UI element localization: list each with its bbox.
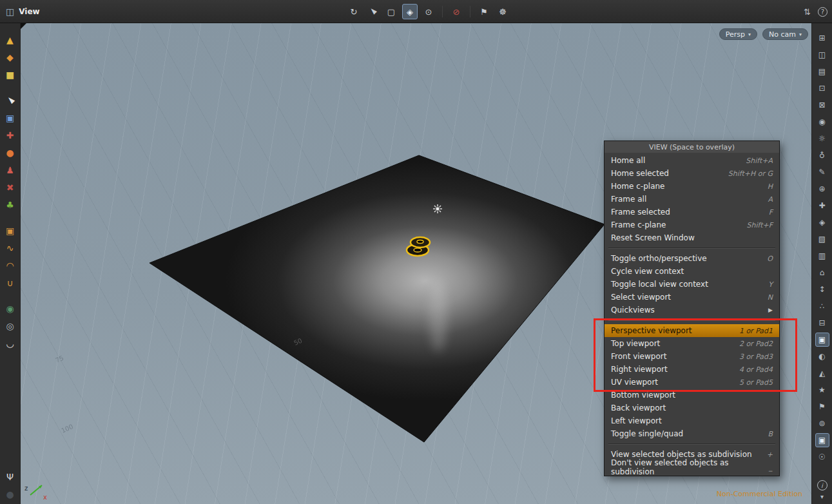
menu-item-toggle-ortho-perspective[interactable]: Toggle ortho/perspectiveO [605, 252, 779, 265]
menu-item-quickviews[interactable]: Quickviews▶ [605, 304, 779, 316]
menu-item-cycle-view-context[interactable]: Cycle view context [605, 265, 779, 278]
select-arrow-icon[interactable]: ► [0, 90, 21, 111]
diamond-tool-icon[interactable]: ◆ [3, 50, 18, 65]
menu-item-toggle-single-quad[interactable]: Toggle single/quadB [605, 427, 779, 440]
ground-plane[interactable] [150, 155, 605, 442]
light-handle-icon[interactable] [433, 204, 442, 213]
menu-item-label: Toggle local view context [611, 280, 708, 289]
menu-item-shortcut: + [767, 451, 773, 459]
camera-dropdown[interactable]: No cam ▾ [762, 28, 808, 40]
resize-handle-icon[interactable]: ↕ [815, 282, 829, 296]
bowl-tool-icon[interactable]: ◡ [3, 336, 18, 351]
help-icon[interactable]: ? [818, 7, 827, 17]
add-view-icon[interactable]: ⊕ [815, 182, 829, 196]
edition-label: Non-Commercial Edition [717, 490, 802, 498]
menu-item-label: Home c-plane [611, 182, 664, 191]
focus-target-icon[interactable]: ◉ [815, 115, 829, 129]
jack-tool-icon[interactable]: ✖ [3, 180, 18, 195]
menu-item-frame-c-plane[interactable]: Frame c-planeShift+F [605, 218, 779, 231]
room-tool-icon[interactable]: ▣ [3, 223, 18, 238]
fork-tool-icon[interactable]: Ψ [3, 469, 18, 485]
box-select-tool-icon[interactable]: ▢ [383, 4, 399, 19]
menu-item-shortcut: N [768, 293, 773, 302]
headlight-icon[interactable]: ☼ [815, 131, 829, 146]
menu-item-label: Don't view selected objects as subdivisi… [611, 458, 769, 476]
menu-item-top-viewport[interactable]: Top viewport2 or Pad2 [605, 337, 779, 350]
menu-item-select-viewport[interactable]: Select viewportN [605, 291, 779, 304]
shade-mode-icon[interactable]: ▤ [815, 64, 829, 79]
menu-item-uv-viewport[interactable]: UV viewport5 or Pad5 [605, 376, 779, 389]
menu-item-toggle-local-view-context[interactable]: Toggle local view contextY [605, 278, 779, 291]
scroll-down-icon[interactable]: ▾ [820, 493, 824, 500]
menu-item-home-all[interactable]: Home allShift+A [605, 154, 779, 167]
measure-icon[interactable]: ✚ [815, 199, 829, 213]
globe-tool-icon[interactable]: ◉ [3, 301, 18, 316]
menu-item-bottom-viewport[interactable]: Bottom viewport [605, 389, 779, 402]
brick-tool-icon[interactable]: ■ [3, 67, 18, 82]
menu-item-perspective-viewport[interactable]: Perspective viewport1 or Pad1 [605, 324, 779, 337]
menu-item-front-viewport[interactable]: Front viewport3 or Pad3 [605, 350, 779, 363]
menu-item-dont-view-selected-subdivision[interactable]: Don't view selected objects as subdivisi… [605, 461, 779, 474]
menu-item-reset-screen-window[interactable]: Reset Screen Window [605, 231, 779, 244]
arc-tool-icon[interactable]: ◠ [3, 258, 18, 273]
edit-pivot-icon[interactable]: ✎ [815, 165, 829, 179]
magnet-tool-icon[interactable]: ∪ [3, 275, 18, 291]
select-tool-icon[interactable]: ► [362, 1, 383, 23]
chevron-down-icon: ▾ [748, 32, 751, 37]
points-display-icon[interactable]: ∴ [815, 299, 829, 313]
collapse-icon[interactable]: ⊟ [815, 316, 829, 330]
link-order-icon[interactable]: ⇅ [804, 7, 811, 17]
menu-item-frame-all[interactable]: Frame allA [605, 193, 779, 206]
pane-corner-marker[interactable] [21, 23, 26, 29]
view-tool-icon[interactable]: ↻ [346, 4, 362, 19]
dark-sphere-tool-icon[interactable]: ● [3, 487, 18, 502]
sculpt-sphere-icon[interactable]: ● [3, 145, 18, 160]
plant-tool-icon[interactable]: ♣ [3, 197, 18, 213]
sun-display-icon[interactable]: ☉ [815, 450, 829, 464]
sprite-display-icon[interactable]: ★ [815, 383, 829, 397]
split-pane-icon[interactable]: ◫ [815, 48, 829, 62]
half-shade-icon[interactable]: ◐ [815, 349, 829, 363]
info-icon[interactable]: i [817, 480, 827, 490]
menu-item-home-c-plane[interactable]: Home c-planeH [605, 180, 779, 193]
axis-x-label: x [43, 494, 47, 501]
pose-tool-icon[interactable]: ✚ [3, 128, 18, 143]
perspective-dropdown[interactable]: Persp ▾ [719, 28, 757, 40]
menu-item-back-viewport[interactable]: Back viewport [605, 402, 779, 414]
menu-item-label: Select viewport [611, 293, 671, 302]
layout-grid-icon[interactable]: ⊞ [815, 31, 829, 45]
rings-display-icon[interactable]: ⊚ [815, 416, 829, 431]
snapshot-icon[interactable]: ◈ [815, 215, 829, 229]
hatch-display-icon[interactable]: ▧ [815, 232, 829, 246]
disable-icon[interactable]: ⊘ [449, 4, 464, 19]
environment-light-icon[interactable]: ♁ [815, 148, 829, 162]
menu-item-left-viewport[interactable]: Left viewport [605, 414, 779, 427]
zoom-tool-icon[interactable]: ⊙ [421, 4, 436, 19]
camera-lock-icon[interactable]: ⊡ [815, 81, 829, 95]
scanline-display-icon[interactable]: ▥ [815, 249, 829, 263]
cone-tool-icon[interactable]: ▲ [3, 32, 18, 48]
pane-tab-icon[interactable]: ◫ [6, 7, 14, 16]
menu-item-label: Quickviews [611, 305, 655, 315]
menu-item-label: Right viewport [611, 365, 668, 374]
pane-title[interactable]: View [19, 7, 39, 16]
snap-tool-icon[interactable]: ◈ [402, 4, 418, 19]
home-view-icon[interactable]: ⌂ [815, 266, 829, 280]
export-frame-icon[interactable]: ⊠ [815, 98, 829, 112]
menu-item-label: Back viewport [611, 403, 666, 412]
menu-item-home-selected[interactable]: Home selectedShift+H or G [605, 167, 779, 180]
menu-item-right-viewport[interactable]: Right viewport4 or Pad4 [605, 363, 779, 376]
menu-item-frame-selected[interactable]: Frame selectedF [605, 206, 779, 218]
secure-selection-icon[interactable]: ▣ [3, 110, 18, 126]
flag-tool-icon[interactable]: ⚑ [476, 4, 492, 19]
material-shade-icon[interactable]: ▣ [815, 333, 829, 347]
chevron-down-icon: ▾ [799, 32, 802, 37]
flag-display-icon[interactable]: ⚑ [815, 400, 829, 414]
curve-tool-icon[interactable]: ∿ [3, 240, 18, 256]
ring-sphere-tool-icon[interactable]: ◎ [3, 318, 18, 334]
character-tool-icon[interactable]: ♟ [3, 162, 18, 178]
normals-display-icon[interactable]: ◭ [815, 366, 829, 380]
options-wheel-icon[interactable]: ☸ [495, 4, 510, 19]
menu-item-shortcut: O [767, 255, 773, 263]
light-display-icon[interactable]: ▣ [815, 433, 829, 447]
